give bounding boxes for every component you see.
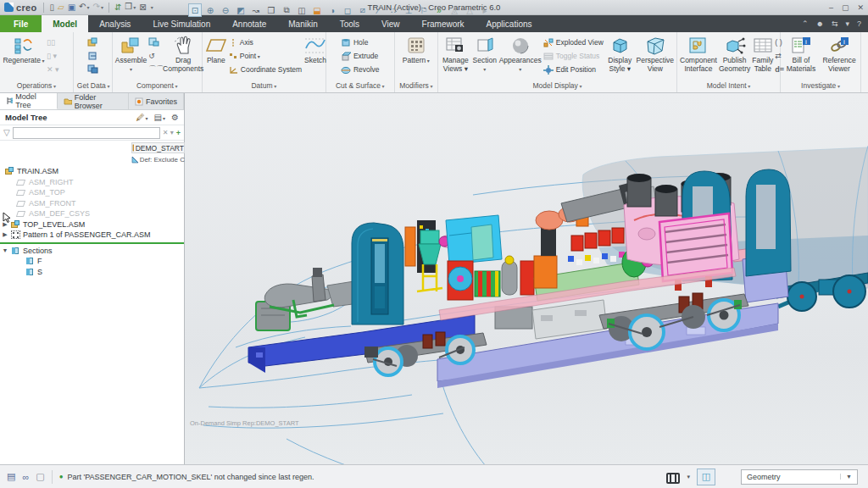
exploded-view-button[interactable]: Exploded View — [543, 36, 604, 48]
group-label-model-intent[interactable]: Model Intent — [677, 81, 780, 92]
paste-icon[interactable]: ▯ ▾ — [47, 50, 59, 61]
insert-indicator[interactable] — [0, 242, 184, 244]
toggle-status-button[interactable]: Toggle Status — [543, 50, 604, 62]
close-window-icon[interactable]: ⊠ — [139, 3, 146, 13]
minimize-button[interactable]: – — [829, 3, 833, 12]
tab-tools[interactable]: Tools — [329, 15, 370, 32]
zoom-out-icon[interactable]: ⊖ — [219, 3, 232, 17]
bill-of-materials-button[interactable]: i Bill of Materials — [783, 34, 819, 74]
open-icon[interactable]: ▱ — [58, 3, 64, 13]
copy-geometry-icon[interactable] — [87, 64, 98, 75]
refit-icon[interactable]: ◩ — [234, 3, 248, 17]
select-box-icon[interactable]: ◫ — [697, 469, 715, 485]
restore-button[interactable]: ▢ — [842, 3, 849, 12]
capture-icon[interactable]: ◫ — [295, 3, 309, 17]
display-style-icon[interactable]: ◻ — [341, 3, 354, 17]
section-view-icon[interactable]: ◑ — [326, 3, 339, 17]
customize-qat-icon[interactable] — [150, 2, 153, 13]
hole-button[interactable]: Hole — [341, 36, 380, 48]
zoom-region-icon[interactable]: ⊡ — [188, 3, 202, 17]
tab-model[interactable]: Model — [42, 15, 88, 32]
group-label-cut-surface[interactable]: Cut & Surface — [326, 81, 394, 92]
annotation-display-icon[interactable]: ⚐ — [417, 3, 431, 17]
coordinate-system-button[interactable]: Coordinate System — [229, 64, 302, 75]
create-component-icon[interactable] — [148, 36, 164, 47]
delete-icon[interactable]: ✕ ▾ — [47, 64, 59, 75]
tree-settings-icon[interactable]: ⚙︎ — [171, 113, 179, 122]
import-icon[interactable] — [87, 36, 98, 47]
reference-viewer-button[interactable]: i Reference Viewer — [821, 34, 858, 74]
window-switch-icon[interactable]: ❒ — [125, 2, 136, 13]
tree-documents-icon[interactable]: ▤ — [154, 113, 165, 122]
selection-filter-dropdown[interactable]: Geometry ▼ — [741, 469, 858, 485]
copy-icon[interactable]: ▯▯ — [47, 36, 59, 47]
tree-filter-input[interactable] — [13, 127, 160, 139]
sim-display-icon[interactable]: △ — [463, 3, 476, 17]
drag-components-button[interactable]: Drag Components — [165, 34, 201, 74]
group-label-component[interactable]: Component — [113, 81, 202, 92]
saved-orientations-icon[interactable]: ❒ — [264, 3, 278, 17]
group-label-get-data[interactable]: Get Data — [74, 81, 112, 92]
group-label-investigate[interactable]: Investigate — [781, 81, 860, 92]
tab-applications[interactable]: Applications — [476, 15, 543, 32]
zoom-in-icon[interactable]: ⊕ — [203, 3, 217, 17]
component-interface-button[interactable]: Component Interface — [680, 34, 717, 74]
csys-display-icon[interactable]: ⊥ — [402, 3, 415, 17]
tree-row[interactable]: ▶ TOP_LEVEL.ASM — [0, 219, 184, 230]
group-label-model-display[interactable]: Model Display — [438, 81, 676, 92]
save-icon[interactable]: ▣ — [68, 3, 75, 13]
redo-icon[interactable]: ↷ — [93, 2, 103, 13]
revolve-button[interactable]: Revolve — [341, 64, 380, 75]
plane-display-icon[interactable]: ⧄ — [356, 3, 370, 17]
minimize-ribbon-icon[interactable]: ⌃ — [802, 19, 809, 28]
pattern-button[interactable]: Pattern — [398, 34, 434, 65]
tab-framework[interactable]: Framework — [411, 15, 476, 32]
tree-row-section[interactable]: S — [0, 267, 184, 278]
chevron-down-icon[interactable]: ▾ — [845, 19, 849, 28]
close-button[interactable]: ✕ — [857, 3, 864, 12]
tree-row[interactable]: ASM_RIGHT — [0, 177, 184, 188]
tree-row[interactable]: TRAIN.ASM — [0, 166, 184, 177]
tab-view[interactable]: View — [370, 15, 411, 32]
tab-manikin[interactable]: Manikin — [277, 15, 328, 32]
extrude-button[interactable]: Extrude — [341, 50, 380, 62]
group-label-operations[interactable]: Operations — [0, 81, 73, 92]
point-display-icon[interactable]: ∴ — [387, 3, 400, 17]
orbit-tool-icon[interactable]: ↝ — [249, 3, 263, 17]
tab-analysis[interactable]: Analysis — [88, 15, 142, 32]
tree-row[interactable]: ASM_TOP — [0, 187, 184, 198]
section-button[interactable]: Section — [472, 34, 498, 74]
browser-toggle-icon[interactable]: ▢ — [36, 471, 44, 482]
regenerate-button[interactable]: Regenerate — [3, 34, 45, 65]
publish-geometry-button[interactable]: Publish Geometry — [719, 34, 750, 74]
simplified-rep-column-header[interactable]: DEMO_START — [131, 142, 185, 153]
search-icon[interactable] — [666, 473, 680, 481]
weblink-icon[interactable]: ∞ — [22, 472, 29, 482]
replace-icon[interactable]: ⌒⌒ — [148, 64, 164, 75]
extra-tool-icon[interactable]: ▸ — [478, 3, 492, 17]
tree-row[interactable]: ASM_DEF_CSYS — [0, 208, 184, 219]
tab-live-simulation[interactable]: Live Simulation — [142, 15, 221, 32]
tab-file[interactable]: File — [0, 15, 42, 32]
group-label-modifiers[interactable]: Modifiers — [395, 81, 437, 92]
train-model[interactable] — [185, 93, 868, 464]
axis-button[interactable]: Axis — [229, 36, 302, 48]
tree-tools-icon[interactable]: 🖉 — [136, 113, 148, 122]
clear-filter-icon[interactable]: ✕ ▾ — [163, 129, 174, 136]
edit-position-button[interactable]: Edit Position — [543, 64, 604, 75]
get-data-icon[interactable] — [87, 50, 98, 61]
point-button[interactable]: Point — [229, 50, 302, 62]
model-tree-toggle-icon[interactable]: ▤ — [7, 471, 15, 482]
tab-favorites[interactable]: Favorites — [129, 93, 184, 109]
add-filter-icon[interactable]: + — [176, 129, 181, 137]
tab-folder-browser[interactable]: Folder Browser — [58, 93, 129, 109]
sketch-button[interactable]: Sketch — [303, 34, 327, 65]
repeat-icon[interactable]: ↺ — [148, 50, 164, 61]
tree-row[interactable]: ▶ Pattern 1 of PASSENGER_CAR.ASM — [0, 230, 184, 241]
view-normal-icon[interactable]: ⧉ — [280, 3, 293, 17]
dragger-display-icon[interactable]: ◬ — [448, 3, 461, 17]
tree-row[interactable]: ASM_FRONT — [0, 198, 184, 209]
new-icon[interactable]: ▯ — [49, 3, 54, 13]
family-table-button[interactable]: Family Table — [752, 34, 773, 74]
manage-views-button[interactable]: Manage Views ▾ — [441, 34, 470, 74]
